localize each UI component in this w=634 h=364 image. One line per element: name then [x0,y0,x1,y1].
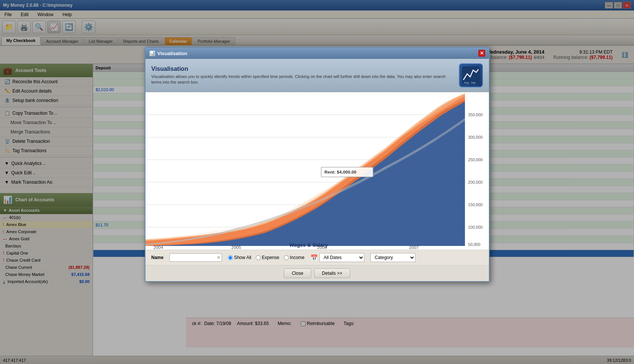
chart-container[interactable]: Rent: $4,000.00 350,000 300,000 250,000 … [145,92,489,250]
svg-text:2007: 2007 [409,245,418,250]
modal-title: Visualisation [157,51,187,56]
svg-text:100,000: 100,000 [468,225,483,229]
radio-show-all[interactable]: Show All [228,255,251,260]
svg-text:200,000: 200,000 [468,180,483,184]
filter-radio-group: Show All Expense Income [228,255,304,260]
modal-header-text: Visualisation Visualisation allows you t… [151,66,453,85]
visualisation-modal: 📊 Visualisation ✕ Visualisation Visualis… [145,47,490,282]
svg-text:2005: 2005 [231,245,241,250]
svg-text:50,000: 50,000 [468,243,480,247]
radio-expense-label: Expense [262,255,279,260]
modal-header-title: Visualisation [151,66,453,72]
svg-text:350,000: 350,000 [468,113,483,117]
category-dropdown[interactable]: Category All Categories Income Expenses [370,253,415,262]
radio-expense-input[interactable] [256,255,261,260]
svg-text:250,000: 250,000 [468,158,483,162]
svg-text:2004: 2004 [153,245,163,250]
modal-header-icon: Aug Sep [459,63,483,87]
radio-income-input[interactable] [284,255,289,260]
name-search-input[interactable] [169,253,222,262]
modal-title-area: 📊 Visualisation [149,51,187,56]
name-field-label: Name [151,255,164,260]
radio-show-all-label: Show All [234,255,251,260]
modal-details-button[interactable]: Details >> [314,268,350,278]
name-input-clear-icon[interactable]: ✕ [217,255,220,260]
svg-text:Wages & Salary: Wages & Salary [289,242,328,248]
svg-text:Sep: Sep [471,81,476,84]
modal-header-description: Visualisation allows you to quickly iden… [151,74,453,85]
modal-title-bar: 📊 Visualisation ✕ [145,48,489,59]
svg-text:Rent: $4,000.00: Rent: $4,000.00 [324,170,356,174]
svg-text:Aug: Aug [464,81,469,84]
radio-income[interactable]: Income [284,255,304,260]
modal-overlay: 📊 Visualisation ✕ Visualisation Visualis… [0,0,634,364]
date-dropdown[interactable]: All Dates This Month This Year Custom Ra… [319,253,364,262]
date-dropdown-container: 📅 All Dates This Month This Year Custom … [310,253,364,262]
svg-text:150,000: 150,000 [468,203,483,207]
modal-controls-bar: Name ✕ Show All Expense Income [145,250,489,265]
radio-show-all-input[interactable] [228,255,233,260]
calendar-icon: 📅 [310,254,318,261]
modal-chart-body: Rent: $4,000.00 350,000 300,000 250,000 … [145,92,489,250]
chart-svg: Rent: $4,000.00 350,000 300,000 250,000 … [145,92,489,250]
modal-close-button[interactable]: Close [284,268,311,278]
radio-income-label: Income [290,255,304,260]
svg-text:300,000: 300,000 [468,135,483,139]
name-input-container: ✕ [169,253,222,262]
modal-icon: 📊 [149,51,155,56]
modal-footer: Close Details >> [145,265,489,281]
modal-header: Visualisation Visualisation allows you t… [145,59,489,92]
radio-expense[interactable]: Expense [256,255,279,260]
modal-close-x-button[interactable]: ✕ [478,50,485,57]
